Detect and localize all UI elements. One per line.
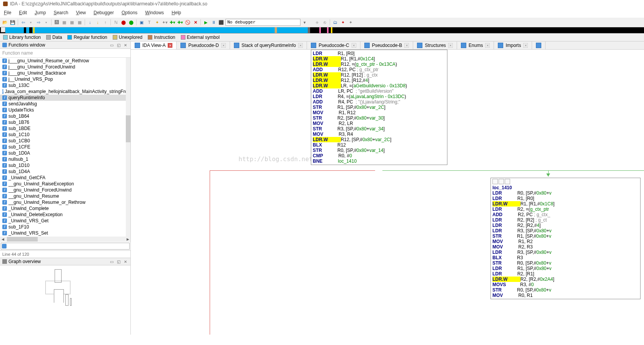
functions-list[interactable]: fj___gnu_Unwind_Resume_or_Rethrowfj___gn… [0,58,130,237]
plus-icon[interactable]: ✚▾ [169,19,176,26]
function-item[interactable]: f_Unwind_VRS_Set [0,230,130,236]
graph-view[interactable]: http://blog.csdn.net/czhligui LDR R1, [R… [131,50,644,335]
menu-search[interactable]: Search [50,8,72,17]
asm-line[interactable]: LDR R2, [R1] [492,271,639,277]
asm-line[interactable]: MOV R0, R1 [492,293,639,298]
dropdown-icon[interactable]: ▾ [301,19,308,26]
tab-stack-of-queryruntimeinfo[interactable]: Stack of queryRuntimeInfo× [230,42,307,49]
asm-line[interactable]: STR R1, [SP,#0x80+var_2C] [313,105,445,110]
menu-jump[interactable]: Jump [31,8,50,17]
function-item[interactable]: fJava_com_example_hellojnicallback_MainA… [0,88,130,95]
asm-line[interactable]: MOV R3, R4 [313,132,445,137]
function-item[interactable]: fj___gnu_Unwind_Backtrace [0,70,130,76]
function-item[interactable]: fsendJavaMsg [0,101,130,107]
asm-line[interactable]: STR R1, [SP,#0x80+v [492,233,639,239]
asm-line[interactable]: MOV R2, R3 [492,244,639,250]
close-icon[interactable]: ✕ [192,19,199,26]
function-item[interactable]: f_Unwind_GetCFA [0,175,130,181]
function-item[interactable]: fsub_1F56 [0,236,130,237]
menu-debugger[interactable]: Debugger [90,8,118,17]
code-icon[interactable]: ▣ [138,19,145,26]
menu-help[interactable]: Help [168,8,185,17]
asm-line[interactable]: LDR R0, [SP,#0x80+v [492,190,639,196]
column-header[interactable]: Function name [0,49,130,58]
asm-line[interactable]: LDR.W R12, [SP,#0x80+var_2C] [313,137,445,142]
function-item[interactable]: fUpdateTicks [0,107,130,113]
function-item[interactable]: f__gnu_Unwind_RaiseException [0,181,130,187]
asm-line[interactable]: LDR R1, [R0] [313,51,445,56]
tool-icon[interactable]: ⎋ [321,19,328,26]
go-icon[interactable]: ⬤ [128,19,135,26]
asm-line[interactable]: MOV R1, R2 [492,239,639,244]
tab-pseudocode-d[interactable]: Pseudocode-D× [177,42,230,49]
tool-icon[interactable]: ✦ [347,19,354,26]
minimize-icon[interactable]: ▭ [109,42,114,48]
fwd-icon[interactable]: ⇨ [35,19,42,26]
back-more-icon[interactable]: ▾ [27,19,34,26]
close-icon[interactable]: ✕ [123,42,128,48]
asm-line[interactable]: ADD R12, PC ; g_ctx_ptr [313,67,445,72]
asm-line[interactable]: LDR R3, [SP,#0x80+v [492,250,639,255]
asm-line[interactable]: STR R3, [SP,#0x80+var_34] [313,126,445,132]
close-icon[interactable]: × [298,43,303,48]
asm-block[interactable]: LDR R1, [R0]LDR.W R1, [R1,#0x1C4]LDR.W R… [311,50,447,165]
tab-imports[interactable]: Imports× [494,42,532,49]
graph-overview-canvas[interactable] [0,265,130,327]
asm-line[interactable]: MOVS R3, #0 [492,282,639,287]
function-item[interactable]: fsub_1B76 [0,119,130,125]
arrow-down-yellow-icon[interactable]: ↓ [94,19,101,26]
asm-line[interactable]: ADD R4, PC ; "()Ljava/lang/String;" [313,99,445,105]
stop-icon[interactable]: ⬤ [120,19,127,26]
tool-icon[interactable]: ▦ [68,19,75,26]
function-item[interactable]: fsub_1F10 [0,224,130,230]
asm-line[interactable]: STR R2, [SP,#0x80+var_30] [313,115,445,121]
scroll-left-icon[interactable]: ◀ [0,237,5,241]
close-icon[interactable]: ✕ [123,259,128,264]
asm-line[interactable]: LDR R2, [R2] ; g_ct [492,217,639,223]
asm-line[interactable]: ADD R2, PC ; g_ctx_ [492,212,639,217]
asm-line[interactable]: LDR.W R1, [R1,#0x1C8] [492,201,639,207]
asm-line[interactable]: MOV R1, R12 [313,110,445,115]
menu-edit[interactable]: Edit [15,8,31,17]
function-item[interactable]: fsub_1D10 [0,162,130,168]
menu-windows[interactable]: Windows [141,8,168,17]
close-icon[interactable]: × [523,43,528,48]
close-icon[interactable]: × [404,43,409,48]
function-item[interactable]: f_Unwind_DeleteException [0,212,130,218]
back-icon[interactable]: ⇦ [20,19,27,26]
function-item[interactable]: f_Unwind_Complete [0,205,130,212]
asm-line[interactable]: LDR.W LR, =(aGetbuildversio - 0x13D8) [313,83,445,88]
plus-icon[interactable]: ✚▾ [177,19,184,26]
close-icon[interactable]: × [448,43,453,48]
function-item[interactable]: fj___gnu_Unwind_ForcedUnwind [0,64,130,70]
tool-icon[interactable]: ▦ [76,19,83,26]
menu-file[interactable]: File [0,8,15,17]
play-icon[interactable]: ▶ [202,19,209,26]
save-icon[interactable]: 💾 [9,19,16,26]
function-item[interactable]: fsub_133C [0,82,130,88]
search-input[interactable] [1,243,130,250]
menu-options[interactable]: Options [118,8,141,17]
asm-block[interactable]: loc_1410LDR R0, [SP,#0x80+vLDR R1, [R0]L… [491,178,641,299]
tool-icon[interactable]: 🗂 [332,19,339,26]
nav-cursor[interactable] [1,27,5,32]
asm-line[interactable]: STR R0, [SP,#0x80+v [492,260,639,266]
tab-ida-view-a[interactable]: IDA View-A× [131,42,177,49]
tool-icon[interactable]: ⎆ [314,19,320,26]
tab-pseudocode-b[interactable]: Pseudocode-B× [360,42,414,49]
asm-line[interactable]: MOV R2, LR [313,121,445,126]
pause-icon[interactable]: ⏸ [210,19,217,26]
open-icon[interactable]: 📂 [2,19,8,26]
tab-structures[interactable]: Structures× [413,42,457,49]
close-icon[interactable]: × [221,43,226,48]
asm-line[interactable]: LDR R4, =(aLjavaLangStrin - 0x13DC) [313,94,445,99]
star-icon[interactable]: ✦▾ [161,19,168,26]
asm-line[interactable]: STR R0, [SP,#0x80+var_14] [313,148,445,153]
function-item[interactable]: fsub_1BDE [0,125,130,132]
asm-line[interactable]: ADD LR, PC ; "getBuildVersion" [313,88,445,94]
asm-line[interactable]: LDR.W R12, [R12] ; g_ctx [313,72,445,78]
tab-more[interactable] [532,42,546,49]
asm-line[interactable]: LDR.W R12, =(g_ctx_ptr - 0x13CA) [313,62,445,67]
function-item[interactable]: f_Unwind_VRS_Get [0,218,130,224]
function-item[interactable]: fsub_1D4A [0,168,130,175]
